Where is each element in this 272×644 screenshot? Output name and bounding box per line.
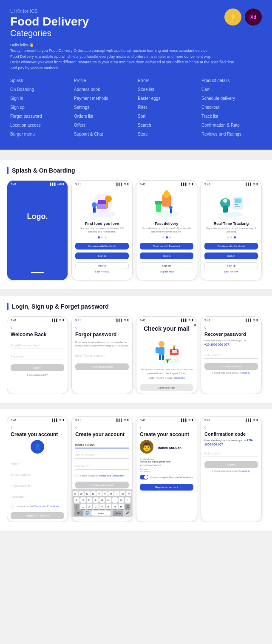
open-mail-button[interactable]: Open Mail App	[140, 384, 193, 391]
nav-easter-eggs[interactable]: Easter eggs	[138, 95, 198, 102]
forgot-password-link[interactable]: Forgot password?	[11, 374, 64, 376]
key-e[interactable]: E	[85, 491, 90, 496]
key-b[interactable]: B	[106, 504, 111, 509]
key-z[interactable]: Z	[80, 504, 86, 509]
key-shift[interactable]: ⇧	[74, 504, 79, 509]
btn-signup-ob1[interactable]: Sign up	[75, 262, 129, 269]
btn-facebook-ob2[interactable]: Continue with Facebook	[140, 243, 193, 250]
nav-support-chat[interactable]: Support & Chat	[74, 131, 134, 138]
phone-field-create2[interactable]	[75, 452, 129, 459]
resend-link-recover[interactable]: Resend it.	[238, 372, 250, 374]
nav-schedule-delivery[interactable]: Schedule delivery	[201, 95, 262, 102]
key-t[interactable]: T	[96, 491, 102, 496]
terms-checkbox-create2[interactable]	[75, 474, 79, 477]
btn-signin-ob2[interactable]: Sign in	[140, 252, 193, 259]
nav-cart[interactable]: Cart	[201, 86, 262, 93]
nav-location-access[interactable]: Location access	[10, 122, 71, 129]
btn-signin-ob1[interactable]: Sign in	[75, 252, 129, 259]
key-o[interactable]: O	[120, 491, 125, 496]
key-c[interactable]: C	[93, 504, 99, 509]
register-button-create2[interactable]: Register an account	[75, 482, 129, 488]
nav-errors[interactable]: Errors	[138, 77, 198, 84]
terms-link-create3[interactable]: Terms and Conditions	[169, 476, 193, 479]
nav-forgot-password[interactable]: Forgot password	[10, 113, 71, 120]
recover-btn[interactable]: Recover password	[204, 363, 258, 370]
key-a[interactable]: A	[74, 497, 79, 503]
nav-settings[interactable]: Settings	[74, 104, 134, 111]
back-arrow-forgot[interactable]: ‹	[75, 325, 129, 330]
back-arrow-recover[interactable]: ‹	[204, 325, 258, 330]
key-l[interactable]: L	[125, 497, 130, 503]
password-field-create1[interactable]	[11, 494, 64, 500]
nav-search[interactable]: Search	[138, 122, 198, 129]
key-u[interactable]: U	[108, 491, 113, 496]
key-s[interactable]: S	[80, 497, 86, 503]
key-backspace[interactable]: ⌫	[125, 504, 130, 509]
phone-field-create1[interactable]	[11, 482, 64, 489]
register-button-create3[interactable]: Register an account	[140, 484, 193, 491]
back-arrow-create2[interactable]: ‹	[75, 425, 129, 430]
btn-facebook-ob1[interactable]: Continue with Facebook	[75, 243, 129, 250]
key-m[interactable]: M	[119, 504, 124, 509]
password-field-login[interactable]	[11, 353, 64, 360]
resend-link-confirm[interactable]: Resend it.	[238, 470, 250, 472]
nav-track-list[interactable]: Track list	[201, 113, 262, 120]
skip-link-ob1[interactable]: Skip for now	[75, 270, 129, 273]
back-arrow-create3[interactable]: ‹	[140, 425, 193, 430]
key-p[interactable]: P	[126, 491, 131, 496]
email-field-login[interactable]	[11, 342, 64, 349]
nav-signup[interactable]: Sign up	[10, 104, 71, 111]
nav-offers[interactable]: Offers	[74, 122, 134, 129]
key-v[interactable]: V	[99, 504, 105, 509]
key-r[interactable]: R	[91, 491, 96, 496]
nav-reviews-ratings[interactable]: Reviews and Ratings	[201, 131, 262, 138]
email-field-create1[interactable]	[11, 471, 64, 478]
key-h[interactable]: H	[106, 497, 111, 503]
key-x[interactable]: X	[87, 504, 92, 509]
key-y[interactable]: Y	[102, 491, 108, 496]
signin-button-login[interactable]: Sign in	[11, 364, 64, 371]
close-icon-check-mail[interactable]: ✕	[193, 323, 197, 327]
name-field-create1[interactable]	[11, 460, 64, 467]
terms-link-create2[interactable]: Terms and Conditions	[99, 474, 124, 477]
btn-facebook-ob3[interactable]: Continue with Facebook	[204, 243, 258, 250]
back-arrow-create1[interactable]: ‹	[11, 425, 64, 430]
nav-signin[interactable]: Sign in	[10, 95, 71, 102]
nav-sort[interactable]: Sort	[138, 113, 198, 120]
key-d[interactable]: D	[87, 497, 92, 503]
key-n[interactable]: N	[112, 504, 118, 509]
key-w[interactable]: W	[79, 491, 84, 496]
nav-filter[interactable]: Filter	[138, 104, 198, 111]
submit-button-confirm[interactable]: Submit	[204, 461, 258, 468]
code-field-recover[interactable]	[204, 352, 258, 359]
key-k[interactable]: K	[119, 497, 124, 503]
btn-signup-ob3[interactable]: Sign up	[204, 262, 258, 269]
terms-toggle-create3[interactable]	[140, 475, 148, 479]
nav-store[interactable]: Store	[138, 131, 198, 138]
nav-splash[interactable]: Splash	[10, 77, 71, 84]
btn-signin-ob3[interactable]: Sign in	[204, 252, 258, 259]
nav-profile[interactable]: Profile	[74, 77, 134, 84]
key-q[interactable]: Q	[73, 491, 78, 496]
recover-button-forgot[interactable]: Recover password	[75, 363, 129, 370]
nav-confirmation-rate[interactable]: Confirmation & Rate	[201, 122, 262, 129]
password-field-create2[interactable]	[75, 463, 129, 470]
nav-orders-list[interactable]: Orders list	[74, 113, 134, 120]
key-123[interactable]: 123	[74, 510, 83, 516]
key-j[interactable]: J	[112, 497, 118, 503]
back-arrow-login[interactable]: ‹	[11, 325, 64, 330]
skip-link-ob3[interactable]: Skip for now	[204, 270, 258, 273]
nav-burger-menu[interactable]: Burger menu	[10, 131, 71, 138]
code-field-confirm[interactable]	[204, 450, 258, 457]
key-f[interactable]: F	[93, 497, 99, 503]
terms-link-create1[interactable]: Terms and Conditions	[34, 505, 59, 508]
nav-product-details[interactable]: Product details	[201, 77, 262, 84]
nav-payment-methods[interactable]: Payment methods	[74, 95, 134, 102]
phone-field-forgot[interactable]	[75, 352, 129, 359]
nav-onboarding[interactable]: On Boarding	[10, 86, 71, 93]
key-i[interactable]: I	[114, 491, 119, 496]
btn-signup-ob2[interactable]: Sign up	[140, 262, 193, 269]
key-space[interactable]: space	[91, 511, 110, 516]
key-g[interactable]: G	[99, 497, 105, 503]
resend-link-check-mail[interactable]: Resend it.	[174, 377, 185, 379]
